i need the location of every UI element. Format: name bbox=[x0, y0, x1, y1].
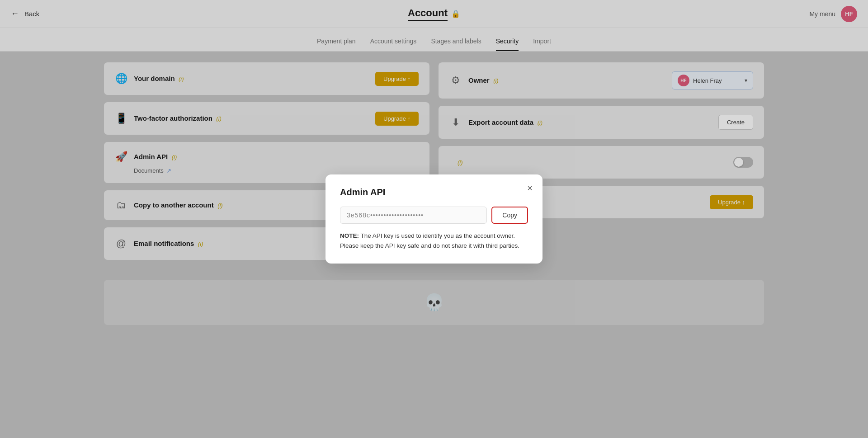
modal-close-button[interactable]: × bbox=[527, 184, 533, 193]
modal-overlay[interactable]: Admin API × Copy NOTE: The API key is us… bbox=[0, 0, 868, 438]
api-key-input[interactable] bbox=[340, 207, 487, 224]
modal-title: Admin API bbox=[340, 187, 528, 198]
note-prefix: NOTE: bbox=[340, 232, 359, 239]
modal-api-row: Copy bbox=[340, 207, 528, 224]
copy-button[interactable]: Copy bbox=[491, 207, 528, 224]
admin-api-modal: Admin API × Copy NOTE: The API key is us… bbox=[326, 174, 542, 263]
note-text: The API key is used to identify you as t… bbox=[340, 232, 519, 249]
modal-note: NOTE: The API key is used to identify yo… bbox=[340, 231, 528, 250]
